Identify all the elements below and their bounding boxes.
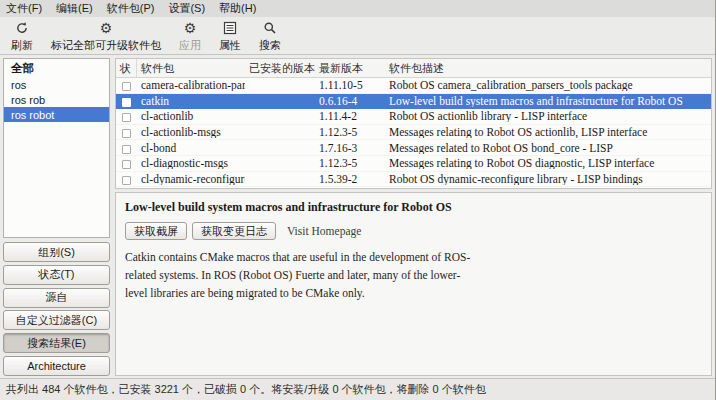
latest-version: 1.12.3-5 bbox=[315, 157, 385, 169]
latest-version: 0.6.16-4 bbox=[315, 95, 385, 107]
table-header: 状 软件包 已安装的版本 最新版本 软件包描述 bbox=[116, 59, 711, 78]
toolbar: 刷新 ⚙ 标记全部可升级软件包 ⚙ 应用 属性 搜索 bbox=[0, 17, 715, 55]
package-name: camera-calibration-parsers-tools bbox=[137, 79, 245, 91]
table-row[interactable]: cl-dynamic-reconfigure 1.5.39-2 Robot OS… bbox=[116, 172, 711, 188]
refresh-icon bbox=[15, 20, 29, 36]
checkbox-icon[interactable] bbox=[122, 129, 131, 138]
table-row[interactable]: cl-bond 1.7.16-3 Messages related to Rob… bbox=[116, 140, 711, 156]
package-name: cl-actionlib bbox=[137, 110, 245, 122]
table-row[interactable]: cl-diagnostic-msgs 1.12.3-5 Messages rel… bbox=[116, 156, 711, 172]
mark-all-upgrades-button[interactable]: ⚙ 标记全部可升级软件包 bbox=[44, 19, 168, 54]
sidebar-filter-mode-button[interactable]: 搜索结果(E) bbox=[3, 333, 110, 353]
package-description: Messages relating to Robot OS diagnostic… bbox=[385, 157, 711, 169]
mark-all-upgrades-label: 标记全部可升级软件包 bbox=[51, 38, 161, 53]
search-label: 搜索 bbox=[259, 38, 281, 53]
package-name: cl-dynamic-reconfigure bbox=[137, 173, 245, 185]
package-status-cell[interactable] bbox=[116, 110, 137, 122]
refresh-label: 刷新 bbox=[11, 38, 33, 53]
package-status-cell[interactable] bbox=[116, 173, 137, 185]
checkbox-icon[interactable] bbox=[122, 145, 131, 154]
menu-settings[interactable]: 设置(S) bbox=[168, 1, 205, 16]
package-name: cl-bond bbox=[137, 142, 245, 154]
visit-homepage-link[interactable]: Visit Homepage bbox=[287, 225, 361, 237]
package-status-cell[interactable] bbox=[116, 157, 137, 169]
properties-button[interactable]: 属性 bbox=[212, 19, 248, 54]
properties-label: 属性 bbox=[219, 38, 241, 53]
package-description: Robot OS dynamic-reconfigure library - L… bbox=[385, 173, 711, 185]
package-name: cl-actionlib-msgs bbox=[137, 126, 245, 138]
package-name: cl-diagnostic-msgs bbox=[137, 157, 245, 169]
latest-version: 1.5.39-2 bbox=[315, 173, 385, 185]
latest-version: 1.12.3-5 bbox=[315, 126, 385, 138]
package-description: Messages related to Robot OS bond_core -… bbox=[385, 142, 711, 154]
header-latest-version[interactable]: 最新版本 bbox=[315, 61, 385, 76]
table-row[interactable]: cl-actionlib-msgs 1.12.3-5 Messages rela… bbox=[116, 125, 711, 141]
sidebar-filter-mode-button[interactable]: 组别(S) bbox=[3, 242, 110, 262]
sidebar: 全部 ros ros rob ros robot 组别(S) 状态(T) 源自 … bbox=[0, 56, 113, 378]
package-description: Robot OS camera_calibration_parsers_tool… bbox=[385, 79, 711, 91]
package-status-cell[interactable] bbox=[116, 79, 137, 91]
header-package[interactable]: 软件包 bbox=[137, 61, 245, 76]
sidebar-filter-mode-button[interactable]: 自定义过滤器(C) bbox=[3, 310, 110, 330]
checkbox-icon[interactable] bbox=[122, 176, 131, 185]
filter-list-item[interactable]: ros rob bbox=[4, 92, 109, 107]
checkbox-icon[interactable] bbox=[122, 113, 131, 122]
properties-icon bbox=[223, 20, 237, 36]
menubar: 文件(F) 编辑(E) 软件包(P) 设置(S) 帮助(H) bbox=[0, 0, 715, 17]
menu-file[interactable]: 文件(F) bbox=[6, 1, 42, 16]
package-description: Messages relating to Robot OS actionlib,… bbox=[385, 126, 711, 138]
content-area: 状 软件包 已安装的版本 最新版本 软件包描述 camera-calibrati… bbox=[113, 56, 715, 378]
apply-button: ⚙ 应用 bbox=[172, 19, 208, 54]
menu-help[interactable]: 帮助(H) bbox=[219, 1, 256, 16]
package-status-cell[interactable] bbox=[116, 126, 137, 138]
main-area: 全部 ros ros rob ros robot 组别(S) 状态(T) 源自 … bbox=[0, 56, 715, 378]
search-icon bbox=[263, 20, 277, 36]
sidebar-filter-mode-button[interactable]: 源自 bbox=[3, 288, 110, 308]
package-table: 状 软件包 已安装的版本 最新版本 软件包描述 camera-calibrati… bbox=[115, 58, 712, 189]
filter-list-item[interactable]: 全部 bbox=[4, 59, 109, 77]
latest-version: 1.7.16-3 bbox=[315, 142, 385, 154]
package-description: Low-level build system macros and infras… bbox=[385, 95, 711, 107]
package-status-cell[interactable] bbox=[116, 142, 137, 154]
details-description: Catkin contains CMake macros that are us… bbox=[125, 249, 481, 302]
checkbox-icon[interactable] bbox=[122, 160, 131, 169]
menu-package[interactable]: 软件包(P) bbox=[107, 1, 155, 16]
package-status-cell[interactable] bbox=[116, 95, 137, 107]
gear-icon: ⚙ bbox=[100, 20, 113, 36]
details-pane: Low-level build system macros and infras… bbox=[115, 192, 712, 376]
details-title: Low-level build system macros and infras… bbox=[125, 200, 702, 215]
checkbox-icon[interactable] bbox=[122, 98, 131, 107]
apply-label: 应用 bbox=[179, 38, 201, 53]
package-list: camera-calibration-parsers-tools 1.11.10… bbox=[116, 78, 711, 187]
sidebar-filter-mode-button[interactable]: Architecture bbox=[3, 356, 110, 376]
filter-list-item[interactable]: ros bbox=[4, 77, 109, 92]
gear-icon: ⚙ bbox=[184, 20, 197, 36]
get-screenshot-button[interactable]: 获取截屏 bbox=[125, 222, 187, 240]
table-row[interactable]: cl-actionlib 1.11.4-2 Robot OS actionlib… bbox=[116, 109, 711, 125]
status-bar: 共列出 484 个软件包，已安装 3221 个，已破损 0 个。将安装/升级 0… bbox=[0, 378, 715, 400]
header-installed-version[interactable]: 已安装的版本 bbox=[245, 61, 315, 76]
table-row[interactable]: camera-calibration-parsers-tools 1.11.10… bbox=[116, 78, 711, 94]
refresh-button[interactable]: 刷新 bbox=[4, 19, 40, 54]
menu-edit[interactable]: 编辑(E) bbox=[56, 1, 93, 16]
status-text: 共列出 484 个软件包，已安装 3221 个，已破损 0 个。将安装/升级 0… bbox=[6, 383, 486, 395]
package-name: catkin bbox=[137, 95, 245, 107]
search-button[interactable]: 搜索 bbox=[252, 19, 288, 54]
header-description[interactable]: 软件包描述 bbox=[385, 61, 711, 76]
details-actions: 获取截屏 获取变更日志 Visit Homepage bbox=[125, 222, 702, 240]
get-changelog-button[interactable]: 获取变更日志 bbox=[192, 222, 276, 240]
latest-version: 1.11.10-5 bbox=[315, 79, 385, 91]
package-description: Robot OS actionlib library - LISP interf… bbox=[385, 110, 711, 122]
table-row[interactable]: catkin 0.6.16-4 Low-level build system m… bbox=[116, 94, 711, 110]
checkbox-icon[interactable] bbox=[122, 82, 131, 91]
sidebar-buttons: 组别(S) 状态(T) 源自 自定义过滤器(C) 搜索结果(E) Archite… bbox=[3, 242, 110, 376]
filter-list-item[interactable]: ros robot bbox=[4, 107, 109, 122]
header-status[interactable]: 状 bbox=[116, 59, 137, 77]
sidebar-filter-mode-button[interactable]: 状态(T) bbox=[3, 265, 110, 285]
filter-list[interactable]: 全部 ros ros rob ros robot bbox=[3, 58, 110, 238]
latest-version: 1.11.4-2 bbox=[315, 110, 385, 122]
